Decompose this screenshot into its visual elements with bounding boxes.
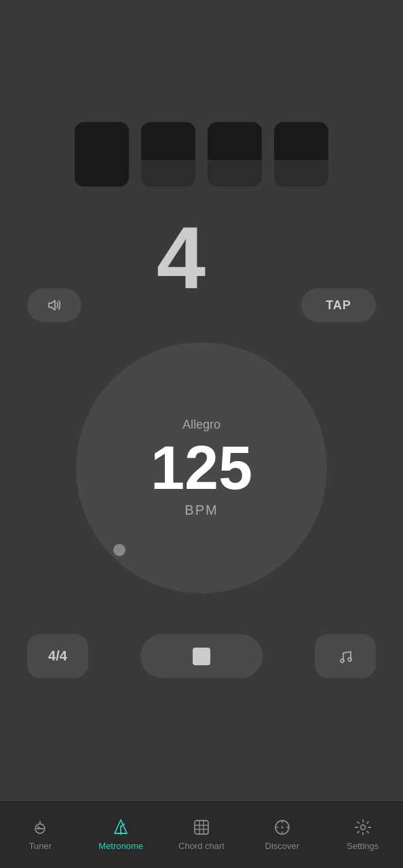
- svg-point-1: [348, 658, 351, 661]
- svg-point-21: [360, 825, 365, 830]
- note-button[interactable]: [315, 634, 376, 678]
- tempo-dial[interactable]: Allegro 125 BPM: [76, 342, 327, 593]
- stop-icon: [193, 648, 210, 665]
- nav-label-settings: Settings: [347, 841, 379, 851]
- svg-point-0: [341, 659, 344, 663]
- tap-button[interactable]: TAP: [301, 288, 376, 322]
- tempo-name: Allegro: [183, 418, 220, 432]
- nav-label-discover: Discover: [265, 841, 300, 851]
- metronome-icon: [111, 818, 130, 837]
- tap-button-label: TAP: [326, 298, 351, 313]
- beat-box-4[interactable]: [274, 122, 328, 186]
- nav-label-tuner: Tuner: [29, 841, 52, 851]
- nav-label-metronome: Metronome: [98, 841, 143, 851]
- controls-row: TAP: [0, 288, 403, 322]
- dial-indicator: [113, 544, 126, 556]
- discover-icon: [273, 818, 292, 837]
- tuner-icon: [31, 818, 50, 837]
- beat-box-2[interactable]: [141, 122, 195, 186]
- beat-box-3[interactable]: [208, 122, 262, 186]
- time-signature-button[interactable]: 4/4: [27, 634, 88, 678]
- bottom-nav: Tuner Metronome Chord chart: [0, 800, 403, 868]
- nav-item-settings[interactable]: Settings: [322, 818, 403, 851]
- chord-chart-icon: [192, 818, 211, 837]
- nav-item-discover[interactable]: Discover: [242, 818, 322, 851]
- settings-icon: [353, 818, 372, 837]
- beat-indicators: [0, 0, 403, 207]
- stop-button[interactable]: [140, 634, 263, 678]
- beat-box-1[interactable]: [75, 122, 129, 186]
- volume-icon: [45, 296, 64, 315]
- svg-point-16: [281, 827, 283, 829]
- bpm-unit: BPM: [185, 502, 218, 518]
- time-signature-label: 4/4: [48, 648, 67, 664]
- nav-label-chord-chart: Chord chart: [178, 841, 225, 851]
- bpm-value: 125: [151, 437, 252, 498]
- bottom-controls: 4/4: [0, 634, 403, 678]
- dial-container[interactable]: Allegro 125 BPM: [0, 342, 403, 593]
- nav-item-chord-chart[interactable]: Chord chart: [161, 818, 242, 851]
- svg-rect-10: [195, 821, 208, 834]
- nav-item-metronome[interactable]: Metronome: [81, 818, 161, 851]
- nav-item-tuner[interactable]: Tuner: [0, 818, 81, 851]
- volume-button[interactable]: [27, 288, 81, 322]
- note-icon: [336, 647, 355, 666]
